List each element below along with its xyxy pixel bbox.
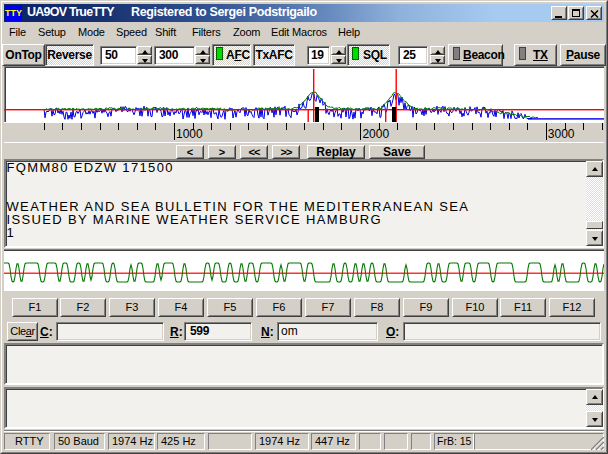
- svg-text:3000: 3000: [548, 127, 575, 141]
- svg-text:1000: 1000: [176, 127, 203, 141]
- svg-text:2000: 2000: [362, 127, 389, 141]
